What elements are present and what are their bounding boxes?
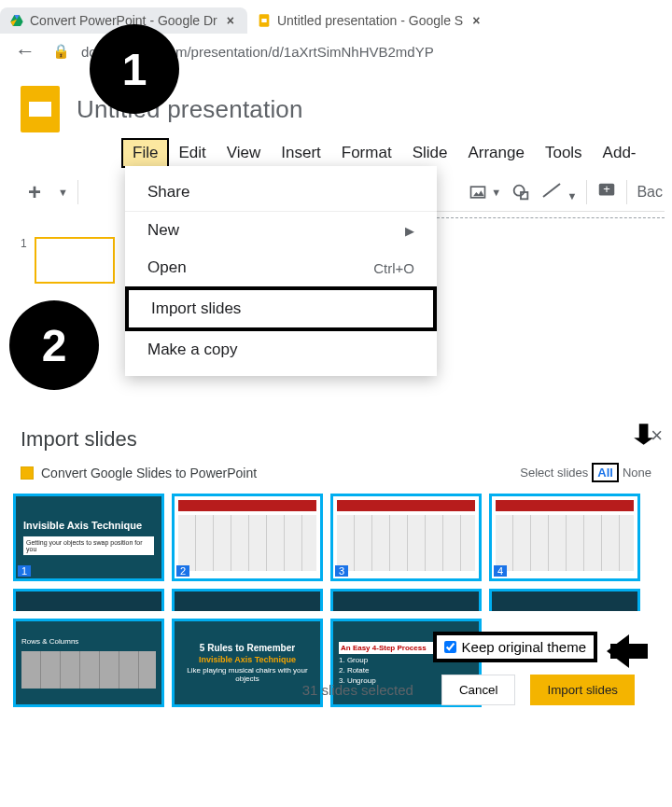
slide-grid-partial	[0, 587, 672, 613]
selected-count: 31 slides selected	[302, 682, 413, 698]
menu-edit[interactable]: Edit	[169, 140, 215, 166]
annotation-arrow-down-icon: ⬇	[627, 418, 660, 451]
slide-thumbnail[interactable]	[35, 237, 115, 284]
chevron-down-icon: ▼	[567, 190, 578, 202]
submenu-arrow-icon: ▶	[405, 224, 414, 238]
menu-label: Share	[147, 183, 189, 202]
slide-thumb-partial[interactable]	[489, 589, 640, 611]
slide-thumbnail-panel: 1	[21, 237, 116, 287]
slides-file-icon	[21, 466, 34, 480]
slide-line: 2. Rotate	[339, 666, 473, 675]
menu-addons[interactable]: Add-	[594, 140, 646, 166]
lock-icon: 🔒	[52, 43, 70, 60]
source-presentation-title: Convert Google Slides to PowerPoint	[21, 466, 257, 480]
menu-tools[interactable]: Tools	[536, 140, 592, 166]
keyboard-shortcut: Ctrl+O	[373, 260, 414, 276]
menu-item-new[interactable]: New ▶	[125, 212, 437, 249]
chevron-down-icon: ▼	[491, 187, 501, 198]
menu-item-share[interactable]: Share	[125, 174, 437, 212]
slide-index: 1	[18, 565, 31, 577]
annotation-step-1: 1	[90, 24, 179, 114]
menu-label: Make a copy	[147, 341, 237, 359]
svg-text:+: +	[604, 182, 611, 196]
annotation-step-2: 2	[9, 300, 99, 390]
browser-tab-strip: Convert PowerPoint - Google Dr × Untitle…	[0, 0, 672, 34]
menu-format[interactable]: Format	[332, 140, 401, 166]
keep-original-theme-checkbox[interactable]: Keep original theme	[433, 632, 597, 662]
slide-thumb-partial[interactable]	[172, 589, 323, 611]
back-icon[interactable]: ←	[9, 39, 41, 63]
menu-item-import-slides[interactable]: Import slides	[125, 286, 437, 331]
menu-item-open[interactable]: Open Ctrl+O	[125, 249, 437, 286]
slide-title: Invisible Axis Technique	[23, 520, 154, 531]
slide-thumb-partial[interactable]	[13, 589, 164, 611]
svg-line-9	[543, 184, 560, 197]
checkbox-label: Keep original theme	[462, 639, 586, 655]
tab-close-icon[interactable]: ×	[469, 13, 483, 28]
ruler	[437, 211, 665, 230]
import-slides-dialog: Import slides × ⬇ 1 Convert Google Slide…	[0, 416, 672, 713]
slide-grid: Invisible Axis Technique Getting your ob…	[0, 488, 672, 587]
slides-icon	[257, 13, 272, 28]
background-label[interactable]: Bac	[637, 184, 663, 201]
menu-arrange[interactable]: Arrange	[458, 140, 533, 166]
slide-thumb-partial[interactable]	[330, 589, 482, 611]
slides-app-icon[interactable]	[21, 86, 60, 132]
new-slide-button[interactable]: +	[21, 179, 49, 205]
slide-thumb-1[interactable]: Invisible Axis Technique Getting your ob…	[13, 494, 164, 581]
svg-point-7	[514, 186, 525, 196]
slide-subtitle: Invisible Axis Technique	[180, 655, 315, 664]
annotation-arrow-left-icon	[610, 636, 666, 666]
menu-insert[interactable]: Insert	[272, 140, 330, 166]
select-all-link[interactable]: All	[592, 463, 619, 482]
dialog-title: Import slides	[0, 416, 672, 457]
slide-index: 2	[176, 565, 189, 577]
line-tool-button[interactable]: ▼	[540, 181, 577, 203]
divider	[586, 180, 587, 204]
slide-subtitle: Getting your objects to swap position fo…	[23, 536, 154, 555]
svg-marker-6	[473, 190, 484, 196]
checkbox-input[interactable]	[444, 641, 456, 653]
slide-thumb-3[interactable]: 3	[330, 494, 482, 581]
chevron-down-icon[interactable]: ▼	[58, 187, 68, 198]
divider	[626, 180, 627, 204]
menu-label: Open	[147, 258, 187, 277]
cancel-button[interactable]: Cancel	[441, 675, 516, 705]
menu-item-make-copy[interactable]: Make a copy	[125, 331, 437, 369]
slide-index: 4	[494, 565, 507, 577]
slide-title: Rows & Columns	[21, 637, 156, 646]
slide-title: 5 Rules to Remember	[180, 643, 315, 653]
drive-icon	[9, 13, 24, 28]
svg-rect-4	[261, 19, 266, 22]
shape-menu-button[interactable]	[511, 182, 531, 202]
tab-close-icon[interactable]: ×	[223, 13, 238, 28]
select-slides-label: Select slides	[520, 466, 588, 480]
browser-tab-slides[interactable]: Untitled presentation - Google S ×	[247, 7, 493, 34]
slide-index: 3	[335, 565, 348, 577]
divider	[77, 180, 78, 204]
image-menu-button[interactable]: ▼	[469, 183, 501, 202]
select-slides-controls: Select slides All None	[520, 463, 651, 482]
import-slides-button[interactable]: Import slides	[530, 675, 635, 705]
select-none-link[interactable]: None	[623, 466, 651, 480]
menu-view[interactable]: View	[217, 140, 271, 166]
tab-label: Untitled presentation - Google S	[277, 13, 463, 28]
source-row: Convert Google Slides to PowerPoint Sele…	[0, 457, 672, 488]
menu-slide[interactable]: Slide	[403, 140, 457, 166]
source-label: Convert Google Slides to PowerPoint	[41, 466, 257, 480]
file-dropdown-menu: Share New ▶ Open Ctrl+O Import slides Ma…	[125, 166, 437, 376]
menu-label: Import slides	[151, 299, 241, 318]
menu-label: New	[147, 221, 179, 240]
comment-button[interactable]: +	[596, 180, 617, 204]
menu-bar: File Edit View Insert Format Slide Arran…	[0, 140, 672, 166]
slide-number: 1	[21, 237, 27, 250]
menu-file[interactable]: File	[123, 140, 167, 166]
slide-thumb-4[interactable]: 4	[489, 494, 640, 581]
dialog-footer: 31 slides selected Cancel Import slides	[0, 675, 672, 705]
slide-thumb-2[interactable]: 2	[172, 494, 323, 581]
